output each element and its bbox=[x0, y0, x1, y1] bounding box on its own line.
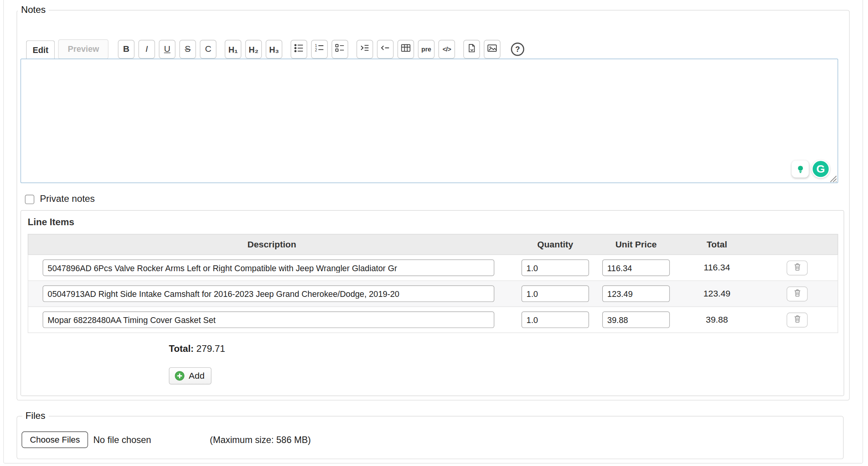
line-items-section: Line Items Description Quantity Unit Pri… bbox=[21, 210, 844, 396]
quantity-input-3[interactable] bbox=[521, 311, 589, 328]
line-items-total: Total: 279.71 bbox=[169, 344, 225, 355]
svg-text:2: 2 bbox=[315, 48, 317, 52]
plus-icon bbox=[174, 371, 185, 381]
unit-price-input-3[interactable] bbox=[602, 311, 670, 328]
row-total-3: 39.88 bbox=[677, 315, 756, 325]
ordered-list-icon: 12 bbox=[314, 43, 324, 55]
heading3-button[interactable]: H₃ bbox=[266, 40, 283, 58]
total-value: 279.71 bbox=[197, 344, 225, 354]
line-items-table: Description Quantity Unit Price Total bbox=[28, 234, 838, 333]
attach-file-button[interactable] bbox=[463, 40, 480, 58]
unit-price-input-2[interactable] bbox=[602, 286, 670, 302]
notes-legend: Notes bbox=[18, 4, 49, 15]
line-item-row: 39.88 bbox=[28, 307, 838, 333]
code-block-button[interactable]: </> bbox=[438, 40, 455, 58]
unordered-list-icon bbox=[294, 43, 304, 55]
notes-textarea[interactable] bbox=[21, 58, 838, 183]
heading1-button[interactable]: H₁ bbox=[225, 40, 241, 58]
notes-editor: G bbox=[21, 58, 838, 183]
tab-edit[interactable]: Edit bbox=[26, 41, 55, 60]
files-fieldset: Files Choose Files No file chosen (Maxim… bbox=[17, 410, 844, 459]
inline-code-button[interactable]: C bbox=[200, 40, 217, 58]
trash-icon bbox=[792, 314, 802, 325]
add-line-item-button[interactable]: Add bbox=[169, 367, 212, 385]
line-item-row: 123.49 bbox=[28, 281, 838, 307]
header-total: Total bbox=[677, 240, 756, 250]
tab-preview[interactable]: Preview bbox=[58, 39, 109, 59]
image-icon bbox=[487, 43, 497, 55]
private-notes-checkbox[interactable] bbox=[25, 194, 34, 204]
textarea-resize-grip[interactable] bbox=[830, 175, 837, 182]
trash-icon bbox=[792, 288, 802, 299]
quantity-input-2[interactable] bbox=[521, 286, 589, 302]
delete-row-button-3[interactable] bbox=[787, 312, 808, 327]
bold-button[interactable]: B bbox=[118, 40, 135, 58]
page: Notes Edit Preview B I U S C H₁ H₂ H₃ bbox=[0, 0, 868, 466]
file-input-row: Choose Files No file chosen (Maximum siz… bbox=[21, 431, 838, 448]
header-unit-price: Unit Price bbox=[595, 240, 677, 250]
indent-button[interactable] bbox=[356, 40, 373, 58]
description-input-3[interactable] bbox=[43, 311, 494, 328]
total-label: Total: bbox=[169, 344, 194, 354]
ordered-list-button[interactable]: 12 bbox=[311, 40, 328, 58]
table-icon bbox=[401, 43, 411, 55]
add-button-label: Add bbox=[189, 371, 204, 381]
grammarly-widget: G bbox=[792, 160, 830, 178]
files-legend: Files bbox=[22, 410, 49, 421]
file-chosen-status: No file chosen bbox=[93, 434, 151, 445]
strikethrough-button[interactable]: S bbox=[179, 40, 196, 58]
grammarly-icon[interactable]: G bbox=[811, 160, 830, 178]
trash-icon bbox=[792, 262, 802, 273]
row-total-2: 123.49 bbox=[677, 289, 756, 299]
help-icon: ? bbox=[511, 42, 524, 56]
notes-fieldset: Notes Edit Preview B I U S C H₁ H₂ H₃ bbox=[17, 4, 850, 400]
delete-row-button-2[interactable] bbox=[787, 286, 808, 301]
private-notes-row: Private notes bbox=[25, 194, 95, 205]
toolbar-buttons: B I U S C H₁ H₂ H₃ 12 bbox=[118, 40, 530, 58]
editor-toolbar: Edit Preview B I U S C H₁ H₂ H₃ 12 bbox=[26, 39, 530, 60]
description-input-1[interactable] bbox=[43, 259, 494, 276]
line-items-heading: Line Items bbox=[28, 217, 74, 228]
checklist-button[interactable] bbox=[331, 40, 348, 58]
header-description: Description bbox=[28, 240, 515, 250]
unit-price-input-1[interactable] bbox=[602, 259, 670, 276]
indent-icon bbox=[360, 43, 370, 55]
quantity-input-1[interactable] bbox=[521, 259, 589, 276]
file-icon bbox=[467, 43, 477, 55]
checklist-icon bbox=[335, 43, 345, 55]
line-item-row: 116.34 bbox=[28, 255, 838, 281]
preformatted-button[interactable]: pre bbox=[418, 40, 435, 58]
unordered-list-button[interactable] bbox=[291, 40, 307, 58]
outdent-button[interactable] bbox=[377, 40, 394, 58]
header-quantity: Quantity bbox=[515, 240, 595, 250]
choose-files-button[interactable]: Choose Files bbox=[21, 431, 88, 448]
max-size-note: (Maximum size: 586 MB) bbox=[210, 434, 311, 445]
insert-image-button[interactable] bbox=[484, 40, 501, 58]
underline-button[interactable]: U bbox=[159, 40, 176, 58]
heading2-button[interactable]: H₂ bbox=[245, 40, 262, 58]
grammarly-suggestion-icon[interactable] bbox=[792, 161, 809, 178]
row-total-1: 116.34 bbox=[677, 263, 756, 273]
line-items-header-row: Description Quantity Unit Price Total bbox=[28, 234, 838, 255]
private-notes-label[interactable]: Private notes bbox=[40, 194, 95, 205]
help-button[interactable]: ? bbox=[509, 40, 526, 58]
italic-button[interactable]: I bbox=[138, 40, 155, 58]
outdent-icon bbox=[380, 43, 390, 55]
delete-row-button-1[interactable] bbox=[787, 260, 808, 275]
svg-text:1: 1 bbox=[315, 44, 317, 48]
table-button[interactable] bbox=[397, 40, 414, 58]
description-input-2[interactable] bbox=[43, 286, 494, 302]
